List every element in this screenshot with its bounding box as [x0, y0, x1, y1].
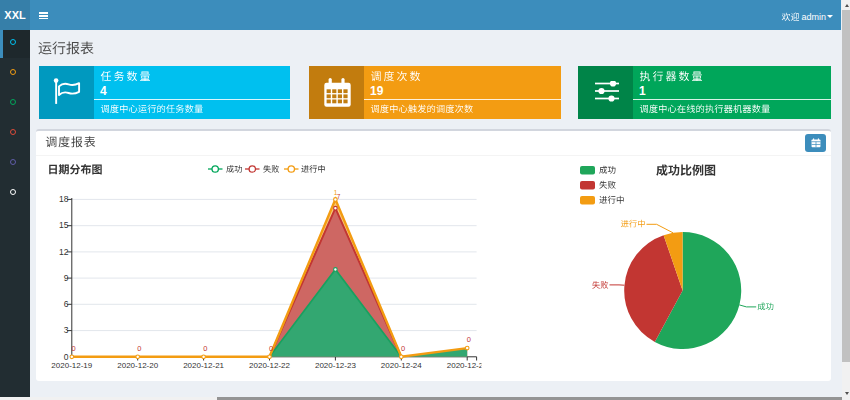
svg-text:2020-12-21: 2020-12-21 [183, 361, 224, 370]
svg-text:2020-12-22: 2020-12-22 [249, 361, 290, 370]
svg-text:2020-12-24: 2020-12-24 [381, 361, 422, 370]
svg-text:15: 15 [59, 220, 69, 230]
svg-text:0: 0 [203, 344, 207, 353]
svg-text:9: 9 [64, 273, 69, 283]
svg-text:18: 18 [59, 194, 69, 204]
svg-text:2020-12-20: 2020-12-20 [117, 361, 158, 370]
svg-text:2020-12-23: 2020-12-23 [315, 361, 356, 370]
svg-text:0: 0 [137, 344, 141, 353]
svg-text:1: 1 [334, 189, 338, 196]
svg-text:0: 0 [71, 344, 75, 353]
svg-text:12: 12 [59, 247, 69, 257]
svg-text:0: 0 [401, 344, 405, 353]
svg-text:0: 0 [64, 352, 69, 362]
svg-text:0: 0 [467, 335, 471, 344]
svg-text:0: 0 [269, 344, 273, 353]
svg-text:3: 3 [64, 325, 69, 335]
svg-text:2020-12-19: 2020-12-19 [51, 361, 92, 370]
svg-text:6: 6 [64, 299, 69, 309]
